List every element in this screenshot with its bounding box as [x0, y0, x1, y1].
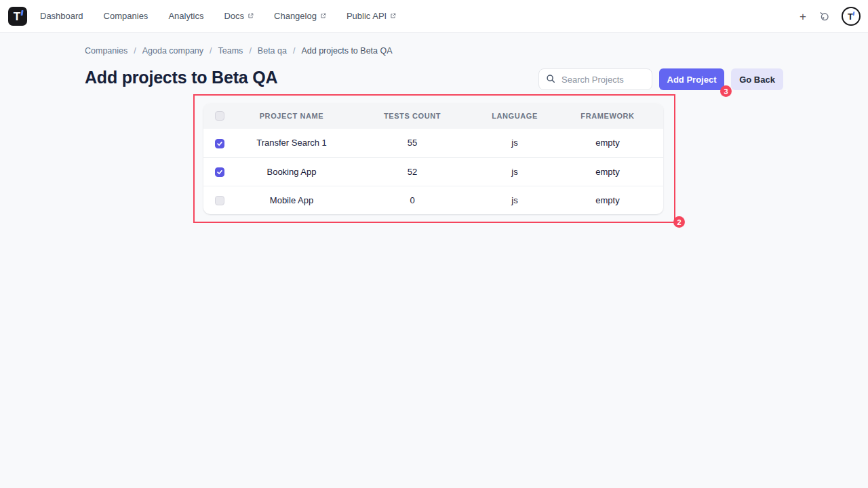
cell-project-name: Transfer Search 1 [236, 129, 347, 157]
breadcrumb-agoda-company[interactable]: Agoda company [142, 46, 203, 56]
cell-tests-count: 0 [347, 186, 477, 214]
column-header-tests-count: TESTS COUNT [347, 103, 477, 129]
table-row: Mobile App 0 js empty [203, 186, 663, 214]
main-nav: Dashboard Companies Analytics Docs Chang… [40, 11, 396, 21]
table-row: Booking App 52 js empty [203, 157, 663, 186]
app-logo-accent [20, 10, 23, 16]
external-link-icon [320, 13, 326, 19]
cell-language: js [477, 186, 552, 214]
breadcrumb-separator: / [134, 46, 136, 56]
go-back-button[interactable]: Go Back [731, 68, 783, 90]
breadcrumb-separator: / [249, 46, 251, 56]
column-header-project-name: PROJECT NAME [236, 103, 347, 129]
cell-project-name: Mobile App [236, 186, 347, 214]
table-header-row: PROJECT NAME TESTS COUNT LANGUAGE FRAMEW… [203, 103, 663, 129]
nav-item-label: Changelog [274, 11, 317, 21]
row-checkbox[interactable] [215, 196, 224, 205]
annotation-badge-3: 3 [720, 85, 732, 97]
app-logo-letter: T [14, 11, 20, 22]
cell-framework: empty [552, 186, 663, 214]
breadcrumb-current-page: Add projects to Beta QA [301, 46, 392, 56]
nav-item-label: Dashboard [40, 11, 83, 21]
breadcrumb-companies[interactable]: Companies [85, 46, 127, 56]
cell-framework: empty [552, 129, 663, 157]
top-navbar: T Dashboard Companies Analytics Docs Cha… [0, 0, 868, 33]
navbar-right-actions: + T [800, 0, 861, 33]
row-checkbox-cell [203, 157, 236, 186]
nav-item-companies[interactable]: Companies [104, 11, 149, 21]
cell-language: js [477, 129, 552, 157]
user-avatar[interactable]: T [842, 7, 861, 26]
annotation-badge-2: 2 [673, 216, 685, 228]
nav-item-docs[interactable]: Docs [224, 11, 254, 21]
avatar-letter: T [848, 12, 853, 21]
nav-item-analytics[interactable]: Analytics [168, 11, 203, 21]
nav-item-dashboard[interactable]: Dashboard [40, 11, 83, 21]
app-logo[interactable]: T [8, 7, 27, 26]
external-link-icon [248, 13, 254, 19]
nav-item-public-api[interactable]: Public API [347, 11, 396, 21]
breadcrumb-separator: / [293, 46, 295, 56]
nav-item-label: Docs [224, 11, 244, 21]
page-title: Add projects to Beta QA [85, 68, 277, 87]
breadcrumb-teams[interactable]: Teams [218, 46, 243, 56]
select-all-checkbox[interactable] [215, 111, 224, 121]
cell-language: js [477, 157, 552, 186]
search-projects-input[interactable] [538, 68, 652, 90]
column-header-language: LANGUAGE [477, 103, 552, 129]
page-content: Companies / Agoda company / Teams / Beta… [0, 33, 868, 488]
column-header-framework: FRAMEWORK [552, 103, 663, 129]
cell-project-name: Booking App [236, 157, 347, 186]
breadcrumb-beta-qa[interactable]: Beta qa [258, 46, 287, 56]
add-icon[interactable]: + [800, 11, 806, 22]
project-search [538, 68, 652, 90]
add-project-button[interactable]: Add Project [659, 68, 724, 90]
projects-table-card: PROJECT NAME TESTS COUNT LANGUAGE FRAMEW… [203, 103, 663, 214]
cell-framework: empty [552, 157, 663, 186]
breadcrumb-separator: / [210, 46, 212, 56]
announcements-icon[interactable] [818, 11, 829, 22]
nav-item-changelog[interactable]: Changelog [274, 11, 326, 21]
cell-tests-count: 55 [347, 129, 477, 157]
nav-item-label: Companies [104, 11, 149, 21]
row-checkbox-cell [203, 129, 236, 157]
nav-item-label: Public API [347, 11, 387, 21]
row-checkbox-cell [203, 186, 236, 214]
cell-tests-count: 52 [347, 157, 477, 186]
projects-table: PROJECT NAME TESTS COUNT LANGUAGE FRAMEW… [203, 103, 663, 214]
row-checkbox[interactable] [215, 167, 224, 177]
select-all-cell [203, 103, 236, 129]
external-link-icon [390, 13, 396, 19]
breadcrumb: Companies / Agoda company / Teams / Beta… [85, 46, 393, 56]
avatar-accent [853, 12, 855, 16]
table-row: Transfer Search 1 55 js empty [203, 129, 663, 157]
row-checkbox[interactable] [215, 139, 224, 148]
nav-item-label: Analytics [168, 11, 203, 21]
